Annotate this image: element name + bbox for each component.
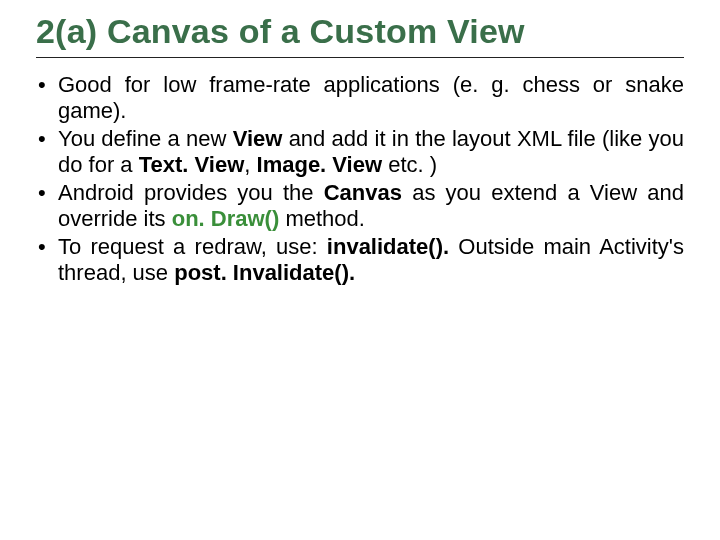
bold-text: invalidate().	[327, 234, 449, 259]
bullet-text: To request a redraw, use:	[58, 234, 327, 259]
bold-text: Image. View	[257, 152, 383, 177]
bullet-text: etc. )	[382, 152, 437, 177]
bullet-text: ,	[244, 152, 256, 177]
bullet-text: You define a new	[58, 126, 233, 151]
bullet-item: You define a new View and add it in the …	[36, 126, 684, 178]
bold-text: post. Invalidate().	[174, 260, 355, 285]
bullet-text: method.	[279, 206, 365, 231]
code-text: on. Draw()	[172, 206, 280, 231]
slide-title: 2(a) Canvas of a Custom View	[36, 12, 684, 58]
bullet-text: Android provides you the	[58, 180, 324, 205]
bold-text: View	[233, 126, 283, 151]
bold-text: Canvas	[324, 180, 402, 205]
bullet-item: Android provides you the Canvas as you e…	[36, 180, 684, 232]
bullet-item: To request a redraw, use: invalidate(). …	[36, 234, 684, 286]
slide: 2(a) Canvas of a Custom View Good for lo…	[0, 0, 720, 540]
bullet-text: Good for low frame-rate applications (e.…	[58, 72, 684, 123]
bullet-list: Good for low frame-rate applications (e.…	[36, 72, 684, 286]
slide-body: Good for low frame-rate applications (e.…	[36, 72, 684, 286]
bold-text: Text. View	[139, 152, 245, 177]
bullet-item: Good for low frame-rate applications (e.…	[36, 72, 684, 124]
